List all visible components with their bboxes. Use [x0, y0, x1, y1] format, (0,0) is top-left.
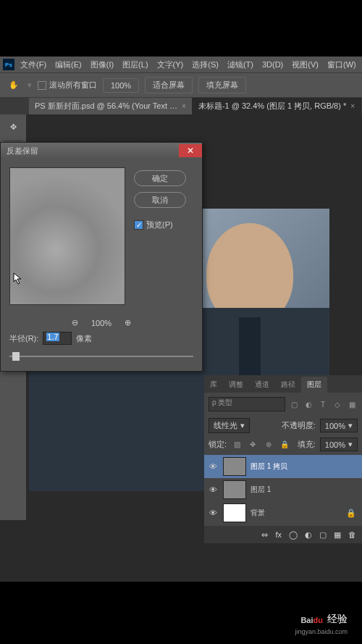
preview-checkbox[interactable]: ✓预览(P) — [134, 219, 186, 230]
slider-thumb[interactable] — [12, 352, 20, 361]
tab-library[interactable]: 库 — [204, 377, 223, 393]
radius-label: 半径(R): — [9, 333, 38, 344]
document-tabs: PS 新新封面.psd @ 56.4% (Your Text …× 未标题-1 … — [0, 97, 362, 114]
lock-icon: 🔒 — [346, 509, 356, 518]
watermark: Baidu 经验 jingyan.baidu.com — [300, 611, 348, 627]
menu-edit[interactable]: 编辑(E) — [52, 59, 85, 70]
layer-filter-input[interactable]: ρ 类型 — [209, 397, 285, 411]
menu-window[interactable]: 窗口(W) — [324, 59, 359, 70]
lock-all-icon[interactable]: 🔒 — [279, 440, 290, 450]
layer-name: 背景 — [251, 508, 265, 518]
menu-layer[interactable]: 图层(L) — [119, 59, 151, 70]
tab-layers[interactable]: 图层 — [301, 377, 327, 393]
layers-footer: ⇔ fx ◯ ◐ ▢ ▦ 🗑 — [204, 526, 362, 543]
lock-position-icon[interactable]: ✥ — [247, 440, 258, 450]
new-layer-icon[interactable]: ▦ — [334, 530, 341, 540]
zoom-level: 100% — [91, 319, 111, 327]
layer-fx-icon[interactable]: fx — [275, 530, 282, 539]
document-tab-2[interactable]: 未标题-1 @ 32.4% (图层 1 拷贝, RGB/8) *× — [193, 98, 361, 114]
hand-tool-icon[interactable]: ✋ — [6, 78, 22, 93]
zoom-100-button[interactable]: 100% — [103, 78, 139, 93]
menu-bar: Ps 文件(F) 编辑(E) 图像(I) 图层(L) 文字(Y) 选择(S) 滤… — [0, 57, 362, 72]
zoom-out-icon[interactable]: ⊖ — [72, 318, 78, 327]
close-button[interactable]: ✕ — [179, 144, 202, 157]
blend-mode-select[interactable]: 线性光▾ — [209, 418, 250, 433]
ok-button[interactable]: 确定 — [134, 170, 186, 186]
dialog-titlebar[interactable]: 反差保留 ✕ — [1, 143, 202, 159]
visibility-icon[interactable]: 👁 — [207, 462, 219, 471]
lock-pixels-icon[interactable]: ▨ — [231, 440, 243, 450]
tab-adjust[interactable]: 调整 — [223, 377, 249, 393]
filter-type-icon[interactable]: T — [317, 399, 329, 409]
layer-thumbnail[interactable] — [223, 480, 246, 499]
layer-thumbnail[interactable] — [223, 457, 246, 476]
radius-input[interactable]: 1.7 — [43, 332, 72, 345]
link-layers-icon[interactable]: ⇔ — [261, 530, 268, 540]
fill-label: 填充: — [298, 439, 316, 450]
filter-preview[interactable] — [9, 167, 125, 305]
layer-row[interactable]: 👁 图层 1 — [204, 478, 362, 501]
layer-name: 图层 1 拷贝 — [251, 461, 287, 472]
radius-slider[interactable] — [9, 351, 193, 362]
filter-smart-icon[interactable]: ▦ — [346, 399, 358, 409]
menu-file[interactable]: 文件(F) — [17, 59, 49, 70]
layer-row[interactable]: 👁 图层 1 拷贝 — [204, 455, 362, 478]
visibility-icon[interactable]: 👁 — [207, 509, 219, 517]
tab-channel[interactable]: 通道 — [249, 377, 275, 393]
layer-thumbnail[interactable] — [223, 503, 246, 522]
menu-filter[interactable]: 滤镜(T) — [224, 59, 256, 70]
lock-artboard-icon[interactable]: ⊕ — [263, 440, 274, 450]
layer-row[interactable]: 👁 背景 🔒 — [204, 501, 362, 524]
fill-screen-button[interactable]: 填充屏幕 — [198, 77, 246, 93]
filter-shape-icon[interactable]: ◇ — [332, 399, 343, 409]
opacity-input[interactable]: 100%▾ — [320, 419, 358, 432]
opacity-label: 不透明度: — [282, 420, 316, 431]
layers-panel: 库 调整 通道 路径 图层 ρ 类型 ▢ ◐ T ◇ ▦ 线性光▾ 不透明度: … — [204, 375, 362, 543]
group-icon[interactable]: ▢ — [319, 530, 327, 540]
high-pass-dialog: 反差保留 ✕ 确定 取消 ✓预览(P) ⊖ 100% ⊕ 半径(R): 1.7 … — [0, 142, 203, 372]
menu-type[interactable]: 文字(Y) — [154, 59, 187, 70]
adjustment-layer-icon[interactable]: ◐ — [305, 530, 312, 540]
radius-unit: 像素 — [76, 333, 92, 344]
menu-image[interactable]: 图像(I) — [88, 59, 117, 70]
scroll-all-checkbox[interactable]: 滚动所有窗口 — [38, 80, 97, 91]
mouse-cursor-icon — [13, 272, 23, 285]
delete-layer-icon[interactable]: 🗑 — [348, 530, 356, 539]
close-icon[interactable]: × — [350, 102, 355, 110]
menu-view[interactable]: 视图(V) — [289, 59, 321, 70]
layer-name: 图层 1 — [251, 485, 271, 495]
fit-screen-button[interactable]: 适合屏幕 — [145, 77, 193, 93]
lock-label: 锁定: — [209, 439, 227, 450]
filter-image-icon[interactable]: ▢ — [288, 399, 300, 409]
menu-select[interactable]: 选择(S) — [189, 59, 222, 70]
filter-adjust-icon[interactable]: ◐ — [303, 399, 314, 409]
close-icon[interactable]: × — [182, 102, 186, 110]
visibility-icon[interactable]: 👁 — [207, 485, 219, 494]
zoom-in-icon[interactable]: ⊕ — [125, 318, 131, 327]
options-bar: ✋ ▾ 滚动所有窗口 100% 适合屏幕 填充屏幕 — [0, 72, 362, 97]
dialog-title: 反差保留 — [7, 146, 38, 156]
ps-logo-icon: Ps — [3, 59, 14, 70]
tab-path[interactable]: 路径 — [275, 377, 301, 393]
move-tool-icon[interactable]: ✥ — [4, 117, 22, 136]
cancel-button[interactable]: 取消 — [134, 192, 186, 208]
layer-list: 👁 图层 1 拷贝 👁 图层 1 👁 背景 🔒 — [204, 453, 362, 526]
document-tab-1[interactable]: PS 新新封面.psd @ 56.4% (Your Text …× — [29, 98, 193, 114]
layer-mask-icon[interactable]: ◯ — [289, 530, 298, 540]
menu-3d[interactable]: 3D(D) — [259, 60, 286, 69]
panel-tabset: 库 调整 通道 路径 图层 — [204, 375, 362, 393]
fill-input[interactable]: 100%▾ — [320, 438, 358, 451]
